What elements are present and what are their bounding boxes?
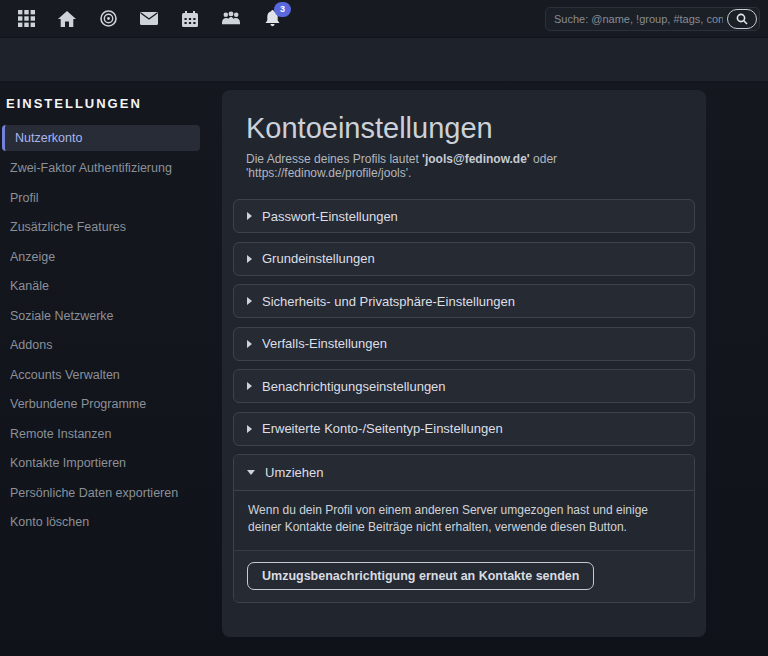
sidebar-item-addons[interactable]: Addons <box>0 331 210 359</box>
navbar-icon-group: 3 <box>0 10 281 28</box>
account-settings-panel: Kontoeinstellungen Die Adresse deines Pr… <box>222 90 706 637</box>
mail-icon[interactable] <box>140 10 158 28</box>
notifications-bell-icon[interactable]: 3 <box>263 10 281 28</box>
sidebar-item-anzeige[interactable]: Anzeige <box>0 243 210 271</box>
search-button[interactable] <box>727 9 757 29</box>
sidebar-item-zwei-faktor-authentifizierung[interactable]: Zwei-Faktor Authentifizierung <box>0 154 210 182</box>
accordion-verfalls-einstellungen[interactable]: Verfalls-Einstellungen <box>233 327 695 361</box>
caret-right-icon <box>247 340 252 348</box>
accordion-benachrichtigungseinstellungen[interactable]: Benachrichtigungseinstellungen <box>233 369 695 403</box>
caret-right-icon <box>247 425 252 433</box>
accordion-label: Erweiterte Konto-/Seitentyp-Einstellunge… <box>262 421 503 436</box>
accordion-umziehen-header[interactable]: Umziehen <box>234 455 694 491</box>
caret-right-icon <box>247 382 252 390</box>
profile-handle: 'jools@fedinow.de' <box>422 152 530 166</box>
umziehen-footer: Umzugsbenachrichtigung erneut an Kontakt… <box>234 551 694 602</box>
contacts-group-icon[interactable] <box>222 10 240 28</box>
network-bullseye-icon[interactable] <box>99 10 117 28</box>
banner-band <box>0 38 768 82</box>
sidebar-item-accounts-verwalten[interactable]: Accounts Verwalten <box>0 361 210 389</box>
accordion-label: Umziehen <box>265 465 324 480</box>
search-input[interactable] <box>546 8 727 30</box>
sidebar-item-profil[interactable]: Profil <box>0 184 210 212</box>
sidebar-item-soziale-netzwerke[interactable]: Soziale Netzwerke <box>0 302 210 330</box>
caret-right-icon <box>247 255 252 263</box>
apps-menu-icon[interactable] <box>17 10 35 28</box>
profile-url: 'https://fedinow.de/profile/jools' <box>246 166 408 180</box>
accordion-label: Passwort-Einstellungen <box>262 209 398 224</box>
accordion-erweiterte-konto-seitentyp[interactable]: Erweiterte Konto-/Seitentyp-Einstellunge… <box>233 412 695 446</box>
caret-right-icon <box>247 297 252 305</box>
notification-badge[interactable]: 3 <box>274 2 291 17</box>
sidebar-item-remote-instanzen[interactable]: Remote Instanzen <box>0 420 210 448</box>
sidebar-item-nutzerkonto[interactable]: Nutzerkonto <box>2 125 200 151</box>
sidebar-item-kontakte-importieren[interactable]: Kontakte Importieren <box>0 449 210 477</box>
caret-right-icon <box>247 212 252 220</box>
sidebar-item-verbundene-programme[interactable]: Verbundene Programme <box>0 390 210 418</box>
top-navbar: 3 <box>0 0 768 38</box>
sidebar-heading: EINSTELLUNGEN <box>0 92 210 115</box>
resend-relocation-notification-button[interactable]: Umzugsbenachrichtigung erneut an Kontakt… <box>247 562 594 590</box>
sidebar-item-zusaetzliche-features[interactable]: Zusätzliche Features <box>0 213 210 241</box>
search-icon <box>736 13 748 25</box>
calendar-icon[interactable] <box>181 10 199 28</box>
accordion-label: Verfalls-Einstellungen <box>262 336 387 351</box>
accordion-label: Benachrichtigungseinstellungen <box>262 379 446 394</box>
settings-sidebar: EINSTELLUNGEN Nutzerkonto Zwei-Faktor Au… <box>0 92 210 538</box>
page-title: Kontoeinstellungen <box>246 112 682 145</box>
umziehen-description: Wenn du dein Profil von einem anderen Se… <box>234 491 694 551</box>
accordion-passwort-einstellungen[interactable]: Passwort-Einstellungen <box>233 199 695 233</box>
accordion-grundeinstellungen[interactable]: Grundeinstellungen <box>233 242 695 276</box>
accordion-umziehen-expanded: Umziehen Wenn du dein Profil von einem a… <box>233 454 695 603</box>
sidebar-item-kanaele[interactable]: Kanäle <box>0 272 210 300</box>
profile-address-text: Die Adresse deines Profils lautet 'jools… <box>246 152 682 180</box>
home-icon[interactable] <box>58 10 76 28</box>
accordion-label: Grundeinstellungen <box>262 251 375 266</box>
caret-down-icon <box>247 470 255 475</box>
accordion-sicherheits-privatsphaere[interactable]: Sicherheits- und Privatsphäre-Einstellun… <box>233 284 695 318</box>
search-box <box>545 7 760 31</box>
accordion-label: Sicherheits- und Privatsphäre-Einstellun… <box>262 294 515 309</box>
sidebar-item-persoenliche-daten-exportieren[interactable]: Persönliche Daten exportieren <box>0 479 210 507</box>
sidebar-item-konto-loeschen[interactable]: Konto löschen <box>0 508 210 536</box>
